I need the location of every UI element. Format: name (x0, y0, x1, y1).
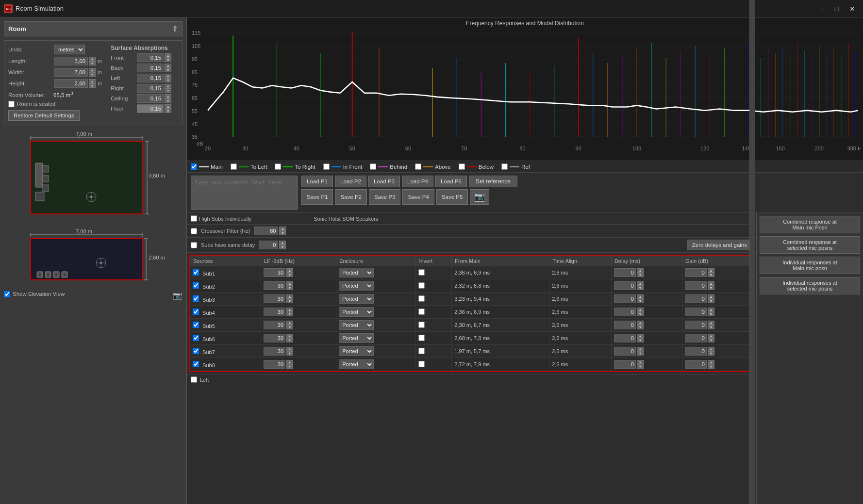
save-p2-button[interactable]: Save P2 (335, 189, 366, 205)
gain-input-7[interactable] (685, 360, 707, 369)
front-down[interactable]: ▼ (165, 58, 171, 62)
enc-select-0[interactable]: Ported Sealed Free Air (339, 268, 374, 277)
same-delay-input[interactable] (259, 241, 278, 249)
channel-below-checkbox[interactable] (459, 163, 465, 170)
gain-up-1[interactable]: ▲ (708, 281, 714, 286)
restore-defaults-button[interactable]: Restore Default Settings (8, 110, 80, 121)
width-input[interactable] (54, 68, 88, 77)
length-down[interactable]: ▼ (89, 61, 96, 65)
delay-up-6[interactable]: ▲ (637, 347, 644, 351)
back-input[interactable] (137, 64, 164, 72)
delay-up-2[interactable]: ▲ (637, 294, 644, 299)
show-elevation-checkbox[interactable] (4, 291, 10, 297)
lf-down-3[interactable]: ▼ (286, 312, 293, 316)
gain-down-4[interactable]: ▼ (708, 325, 714, 329)
enc-select-7[interactable]: Ported Sealed Free Air (339, 359, 374, 369)
lf-input-2[interactable] (264, 294, 285, 303)
combined-selected-button[interactable]: Combined response atselected mic posns (760, 236, 860, 254)
sub-checkbox-1[interactable] (193, 282, 199, 289)
length-input[interactable] (54, 57, 88, 65)
high-subs-checkbox[interactable] (191, 215, 197, 222)
lf-down-6[interactable]: ▼ (286, 351, 293, 356)
ceiling-input[interactable] (137, 94, 164, 103)
individual-main-button[interactable]: Individual responses atMain mic posn (760, 257, 860, 274)
inv-checkbox-3[interactable] (418, 309, 425, 315)
gain-up-0[interactable]: ▲ (708, 268, 714, 273)
delay-up-7[interactable]: ▲ (637, 360, 644, 364)
sub-checkbox-7[interactable] (193, 361, 199, 367)
left-checkbox[interactable] (191, 376, 197, 383)
right-down[interactable]: ▼ (165, 88, 171, 93)
height-input[interactable] (54, 79, 88, 88)
zero-delays-button[interactable]: Zero delays and gains (687, 240, 752, 250)
channel-ref-checkbox[interactable] (501, 163, 508, 170)
gain-up-6[interactable]: ▲ (708, 347, 714, 351)
lf-up-0[interactable]: ▲ (286, 268, 293, 273)
inv-checkbox-0[interactable] (418, 269, 425, 276)
inv-checkbox-2[interactable] (418, 295, 425, 302)
inv-checkbox-1[interactable] (418, 282, 425, 289)
right-up[interactable]: ▲ (165, 84, 171, 88)
save-p1-button[interactable]: Save P1 (301, 189, 333, 205)
minimize-button[interactable]: ─ (814, 3, 828, 15)
gain-down-0[interactable]: ▼ (708, 273, 714, 277)
lf-input-5[interactable] (264, 334, 285, 342)
gain-input-5[interactable] (685, 334, 707, 342)
camera-icon[interactable]: 📷 (173, 291, 183, 300)
load-p4-button[interactable]: Load P4 (402, 176, 433, 187)
lf-up-3[interactable]: ▲ (286, 308, 293, 312)
inv-checkbox-7[interactable] (418, 361, 425, 367)
same-delay-checkbox[interactable] (191, 242, 197, 248)
delay-down-5[interactable]: ▼ (637, 338, 644, 342)
collapse-icon[interactable]: ⇑ (172, 24, 178, 33)
lf-input-4[interactable] (264, 321, 285, 329)
delay-up-3[interactable]: ▲ (637, 308, 644, 312)
delay-up-5[interactable]: ▲ (637, 334, 644, 338)
lf-input-7[interactable] (264, 360, 285, 369)
channel-toright-checkbox[interactable] (275, 163, 281, 170)
gain-down-5[interactable]: ▼ (708, 338, 714, 342)
floor-down[interactable]: ▼ (165, 109, 171, 113)
delay-down-1[interactable]: ▼ (637, 286, 644, 290)
crossover-checkbox[interactable] (191, 228, 197, 234)
lf-up-6[interactable]: ▲ (286, 347, 293, 351)
same-delay-up[interactable]: ▲ (279, 241, 286, 245)
front-input[interactable] (137, 53, 164, 62)
delay-input-5[interactable] (614, 334, 636, 342)
gain-input-0[interactable] (685, 268, 707, 277)
delay-down-3[interactable]: ▼ (637, 312, 644, 316)
sealed-checkbox[interactable] (8, 101, 15, 107)
enc-select-6[interactable]: Ported Sealed Free Air (339, 346, 374, 356)
gain-input-3[interactable] (685, 308, 707, 316)
front-up[interactable]: ▲ (165, 53, 171, 58)
lf-input-0[interactable] (264, 268, 285, 277)
gain-down-2[interactable]: ▼ (708, 299, 714, 303)
save-p4-button[interactable]: Save P4 (402, 189, 434, 205)
load-p3-button[interactable]: Load P3 (368, 176, 400, 187)
lf-down-1[interactable]: ▼ (286, 286, 293, 290)
left-input[interactable] (137, 74, 164, 82)
sub-checkbox-6[interactable] (193, 348, 199, 354)
load-p2-button[interactable]: Load P2 (335, 176, 366, 187)
gain-input-1[interactable] (685, 281, 707, 290)
delay-down-6[interactable]: ▼ (637, 351, 644, 356)
gain-up-2[interactable]: ▲ (708, 294, 714, 299)
delay-input-1[interactable] (614, 281, 636, 290)
left-down[interactable]: ▼ (165, 78, 171, 82)
lf-input-3[interactable] (264, 308, 285, 316)
crossover-up[interactable]: ▲ (279, 227, 286, 231)
sub-checkbox-2[interactable] (193, 295, 199, 302)
channel-above-checkbox[interactable] (415, 163, 421, 170)
gain-input-6[interactable] (685, 347, 707, 356)
set-reference-button[interactable]: Set reference (469, 176, 517, 187)
left-up[interactable]: ▲ (165, 74, 171, 78)
same-delay-down[interactable]: ▼ (279, 245, 286, 249)
gain-up-5[interactable]: ▲ (708, 334, 714, 338)
channel-toleft-checkbox[interactable] (231, 163, 237, 170)
lf-up-1[interactable]: ▲ (286, 281, 293, 286)
delay-input-4[interactable] (614, 321, 636, 329)
crossover-input[interactable] (254, 227, 278, 235)
right-input[interactable] (137, 84, 164, 93)
inv-checkbox-4[interactable] (418, 322, 425, 328)
ceiling-up[interactable]: ▲ (165, 94, 171, 98)
